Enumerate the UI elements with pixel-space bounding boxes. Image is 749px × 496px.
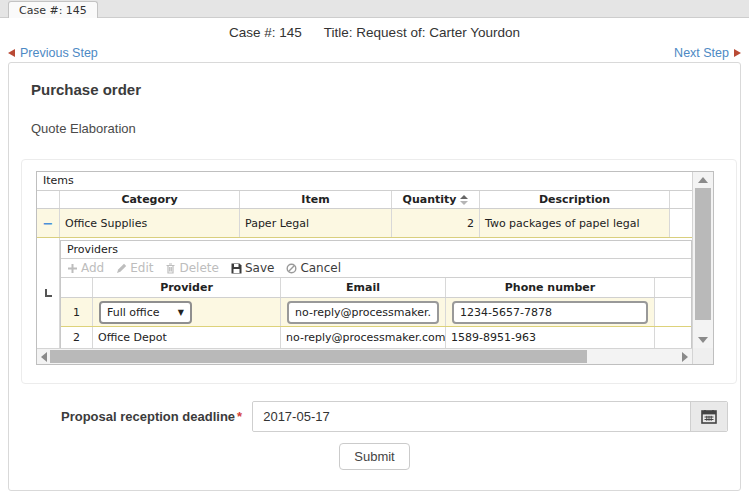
window-tab-strip: Case #: 145 bbox=[0, 0, 749, 18]
scroll-left-arrow-icon[interactable] bbox=[41, 352, 47, 362]
email-cell: no-reply@processmaker.com bbox=[281, 327, 446, 348]
horizontal-scrollbar[interactable] bbox=[37, 348, 692, 364]
providers-grid-caption: Providers bbox=[61, 241, 691, 259]
column-header-provider[interactable]: Provider bbox=[93, 278, 281, 297]
cancel-slash-circle-icon bbox=[286, 263, 297, 274]
vertical-scrollbar[interactable] bbox=[692, 172, 713, 364]
next-step-link[interactable]: Next Step bbox=[674, 46, 741, 60]
cell-filler bbox=[655, 327, 691, 348]
chevron-down-icon: ▼ bbox=[178, 308, 184, 317]
email-cell bbox=[281, 298, 446, 326]
deadline-date-input[interactable] bbox=[253, 402, 690, 431]
required-asterisk: * bbox=[237, 409, 242, 424]
case-title-label: Title: Request of: Carter Yourdon bbox=[324, 25, 520, 40]
phone-cell: 1589-8951-963 bbox=[446, 327, 655, 348]
providers-toolbar: Add Edit Delete bbox=[61, 259, 691, 278]
column-header-category[interactable]: Category bbox=[60, 191, 240, 208]
step-navigation: Previous Step Next Step bbox=[8, 46, 741, 62]
provider-cell: Full office ▼ bbox=[93, 298, 281, 326]
submit-button[interactable]: Submit bbox=[339, 443, 409, 470]
providers-grid: Providers Add Edit bbox=[60, 240, 692, 348]
save-label: Save bbox=[245, 261, 274, 275]
cell-item: Paper Legal bbox=[240, 209, 392, 237]
pencil-icon bbox=[116, 263, 127, 274]
provider-row-2[interactable]: 2 Office Depot no-reply@processmaker.com… bbox=[61, 327, 691, 348]
items-row-1[interactable]: − Office Supplies Paper Legal 2 Two pack… bbox=[37, 209, 692, 238]
row-number: 1 bbox=[61, 298, 93, 326]
providers-grid-header: Provider Email Phone number bbox=[61, 278, 691, 298]
calendar-picker-button[interactable] bbox=[690, 402, 727, 431]
plus-icon bbox=[67, 263, 78, 274]
deadline-label-text: Proposal reception deadline bbox=[61, 409, 235, 424]
calendar-icon bbox=[701, 409, 717, 424]
collapse-row-toggle[interactable]: − bbox=[37, 209, 60, 237]
case-header: Case #: 145 Title: Request of: Carter Yo… bbox=[0, 19, 749, 45]
column-header-item[interactable]: Item bbox=[240, 191, 392, 208]
date-input-group bbox=[252, 401, 728, 432]
cell-filler bbox=[655, 298, 691, 326]
deadline-field-row: Proposal reception deadline* bbox=[61, 401, 728, 432]
provider-cell: Office Depot bbox=[93, 327, 281, 348]
add-label: Add bbox=[81, 261, 104, 275]
scroll-right-arrow-icon[interactable] bbox=[682, 352, 688, 362]
scrollbar-corner bbox=[693, 348, 713, 364]
cell-quantity: 2 bbox=[392, 209, 480, 237]
phone-cell bbox=[446, 298, 655, 326]
form-subtitle: Quote Elaboration bbox=[31, 121, 136, 136]
items-grid-main: Items Category Item Quantity Description… bbox=[37, 172, 692, 364]
form-panel: Purchase order Quote Elaboration Items C… bbox=[8, 62, 741, 491]
vertical-scroll-thumb[interactable] bbox=[695, 188, 711, 320]
provider-select-value: Full office bbox=[107, 306, 178, 319]
column-header-description[interactable]: Description bbox=[480, 191, 670, 208]
filler-column-header bbox=[655, 278, 691, 297]
edit-button: Edit bbox=[116, 261, 153, 275]
next-arrow-icon bbox=[734, 49, 741, 57]
cell-filler bbox=[670, 209, 692, 237]
horizontal-scroll-thumb[interactable] bbox=[50, 350, 587, 363]
detail-row-gutter bbox=[37, 238, 60, 348]
items-detail-row: Providers Add Edit bbox=[37, 238, 692, 348]
child-row-indicator-icon bbox=[45, 289, 52, 297]
scroll-up-arrow-icon[interactable] bbox=[698, 177, 708, 183]
tab-case[interactable]: Case #: 145 bbox=[8, 1, 98, 18]
trash-icon bbox=[165, 263, 176, 274]
column-header-phone[interactable]: Phone number bbox=[446, 278, 655, 297]
detail-row-body: Providers Add Edit bbox=[60, 238, 692, 348]
deadline-label: Proposal reception deadline* bbox=[61, 409, 242, 424]
expand-column-header bbox=[37, 191, 60, 208]
filler-column-header bbox=[670, 191, 692, 208]
add-button: Add bbox=[67, 261, 104, 275]
cell-description: Two packages of papel legal bbox=[480, 209, 670, 237]
grid-subpanel: Items Category Item Quantity Description… bbox=[21, 159, 737, 384]
provider-select[interactable]: Full office ▼ bbox=[99, 301, 192, 324]
provider-row-1-editing[interactable]: 1 Full office ▼ bbox=[61, 298, 691, 327]
cell-category: Office Supplies bbox=[60, 209, 240, 237]
cancel-label: Cancel bbox=[300, 261, 341, 275]
sort-asc-icon bbox=[460, 195, 468, 205]
scroll-down-arrow-icon[interactable] bbox=[698, 337, 708, 343]
previous-step-link[interactable]: Previous Step bbox=[8, 46, 98, 60]
quantity-header-label: Quantity bbox=[403, 193, 457, 206]
vertical-scroll-track[interactable] bbox=[693, 172, 713, 348]
edit-label: Edit bbox=[130, 261, 153, 275]
collapse-minus-icon: − bbox=[43, 217, 54, 230]
save-button[interactable]: Save bbox=[231, 261, 274, 275]
floppy-save-icon bbox=[231, 263, 242, 274]
column-header-quantity[interactable]: Quantity bbox=[392, 191, 480, 208]
items-grid-header: Category Item Quantity Description bbox=[37, 191, 692, 209]
cancel-button[interactable]: Cancel bbox=[286, 261, 341, 275]
delete-button: Delete bbox=[165, 261, 218, 275]
phone-field[interactable] bbox=[452, 301, 648, 324]
case-number-label: Case #: 145 bbox=[229, 25, 302, 40]
row-number: 2 bbox=[61, 327, 93, 348]
items-grid: Items Category Item Quantity Description… bbox=[36, 171, 714, 365]
row-number-column-header bbox=[61, 278, 93, 297]
items-grid-caption: Items bbox=[37, 172, 692, 191]
column-header-email[interactable]: Email bbox=[281, 278, 446, 297]
next-step-label: Next Step bbox=[674, 46, 729, 60]
previous-step-label: Previous Step bbox=[20, 46, 98, 60]
page-title: Purchase order bbox=[31, 81, 141, 98]
submit-row: Submit bbox=[9, 443, 740, 470]
previous-arrow-icon bbox=[8, 49, 15, 57]
email-field[interactable] bbox=[287, 301, 439, 324]
